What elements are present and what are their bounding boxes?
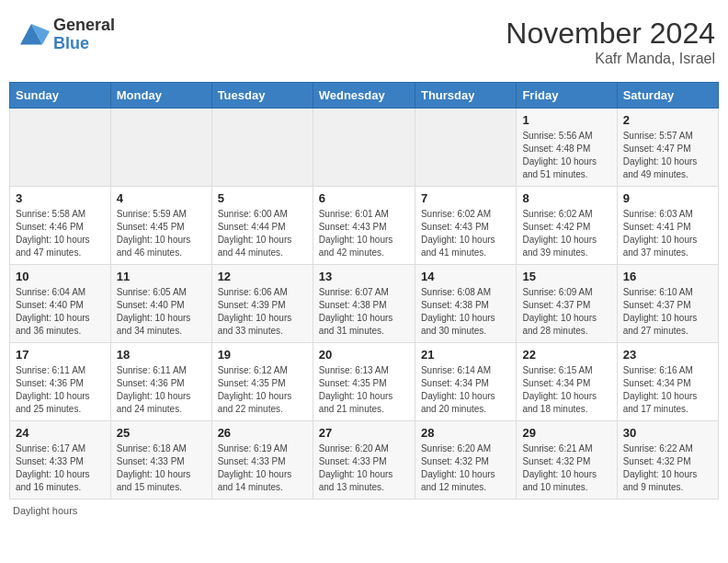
day-info: Sunrise: 6:02 AM Sunset: 4:42 PM Dayligh…: [522, 208, 610, 259]
calendar-cell: [10, 109, 111, 187]
day-info: Sunrise: 6:09 AM Sunset: 4:37 PM Dayligh…: [522, 286, 610, 338]
col-saturday: Saturday: [617, 83, 718, 109]
calendar-cell: [110, 109, 211, 187]
logo-blue-text: Blue: [53, 35, 115, 53]
day-number: 8: [522, 191, 610, 205]
day-info: Sunrise: 5:58 AM Sunset: 4:46 PM Dayligh…: [16, 208, 105, 259]
day-number: 7: [421, 191, 510, 205]
calendar-cell: 5Sunrise: 6:00 AM Sunset: 4:44 PM Daylig…: [211, 187, 313, 265]
day-info: Sunrise: 6:20 AM Sunset: 4:33 PM Dayligh…: [319, 442, 409, 494]
day-info: Sunrise: 6:12 AM Sunset: 4:35 PM Dayligh…: [218, 364, 307, 416]
calendar-cell: 24Sunrise: 6:17 AM Sunset: 4:33 PM Dayli…: [10, 421, 111, 500]
page-header: General Blue November 2024 Kafr Manda, I…: [9, 9, 719, 75]
day-info: Sunrise: 6:21 AM Sunset: 4:32 PM Dayligh…: [522, 442, 610, 494]
day-number: 3: [16, 191, 105, 205]
day-number: 1: [522, 113, 610, 127]
month-title: November 2024: [506, 17, 715, 51]
day-number: 30: [623, 426, 712, 440]
day-info: Sunrise: 6:11 AM Sunset: 4:36 PM Dayligh…: [16, 364, 105, 416]
calendar-week-5: 24Sunrise: 6:17 AM Sunset: 4:33 PM Dayli…: [10, 421, 719, 500]
day-number: 26: [218, 426, 307, 440]
col-monday: Monday: [110, 83, 211, 109]
day-number: 27: [319, 426, 409, 440]
day-number: 24: [16, 426, 105, 440]
calendar-cell: 27Sunrise: 6:20 AM Sunset: 4:33 PM Dayli…: [313, 421, 415, 500]
day-number: 2: [623, 113, 712, 127]
day-info: Sunrise: 6:19 AM Sunset: 4:33 PM Dayligh…: [218, 442, 307, 494]
calendar-week-4: 17Sunrise: 6:11 AM Sunset: 4:36 PM Dayli…: [10, 343, 719, 421]
calendar-cell: [211, 109, 313, 187]
day-number: 19: [218, 348, 307, 362]
day-number: 29: [522, 426, 610, 440]
day-number: 25: [117, 426, 206, 440]
calendar-table: Sunday Monday Tuesday Wednesday Thursday…: [9, 82, 719, 500]
calendar-cell: 1Sunrise: 5:56 AM Sunset: 4:48 PM Daylig…: [517, 109, 617, 187]
day-number: 5: [218, 191, 307, 205]
day-number: 4: [117, 191, 206, 205]
day-number: 11: [117, 270, 206, 283]
day-info: Sunrise: 6:22 AM Sunset: 4:32 PM Dayligh…: [623, 442, 712, 494]
calendar-cell: 19Sunrise: 6:12 AM Sunset: 4:35 PM Dayli…: [211, 343, 313, 421]
footer: Daylight hours: [9, 505, 719, 516]
col-friday: Friday: [517, 83, 617, 109]
calendar-cell: 10Sunrise: 6:04 AM Sunset: 4:40 PM Dayli…: [10, 265, 111, 343]
calendar-cell: 20Sunrise: 6:13 AM Sunset: 4:35 PM Dayli…: [313, 343, 415, 421]
calendar-cell: 28Sunrise: 6:20 AM Sunset: 4:32 PM Dayli…: [415, 421, 516, 500]
calendar-cell: 2Sunrise: 5:57 AM Sunset: 4:47 PM Daylig…: [617, 109, 718, 187]
day-number: 13: [319, 270, 409, 283]
day-info: Sunrise: 6:14 AM Sunset: 4:34 PM Dayligh…: [421, 364, 510, 416]
day-info: Sunrise: 6:18 AM Sunset: 4:33 PM Dayligh…: [117, 442, 206, 494]
day-info: Sunrise: 6:06 AM Sunset: 4:39 PM Dayligh…: [218, 286, 307, 338]
calendar-cell: 3Sunrise: 5:58 AM Sunset: 4:46 PM Daylig…: [10, 187, 111, 265]
calendar-cell: 30Sunrise: 6:22 AM Sunset: 4:32 PM Dayli…: [617, 421, 718, 500]
calendar-cell: 4Sunrise: 5:59 AM Sunset: 4:45 PM Daylig…: [110, 187, 211, 265]
col-sunday: Sunday: [10, 83, 111, 109]
daylight-label: Daylight hours: [13, 505, 77, 516]
day-number: 12: [218, 270, 307, 283]
day-info: Sunrise: 6:08 AM Sunset: 4:38 PM Dayligh…: [421, 286, 510, 338]
calendar-cell: 21Sunrise: 6:14 AM Sunset: 4:34 PM Dayli…: [415, 343, 516, 421]
calendar-header: Sunday Monday Tuesday Wednesday Thursday…: [10, 83, 719, 109]
day-info: Sunrise: 6:20 AM Sunset: 4:32 PM Dayligh…: [421, 442, 510, 494]
col-tuesday: Tuesday: [211, 83, 313, 109]
calendar-body: 1Sunrise: 5:56 AM Sunset: 4:48 PM Daylig…: [10, 109, 719, 500]
calendar-week-3: 10Sunrise: 6:04 AM Sunset: 4:40 PM Dayli…: [10, 265, 719, 343]
day-number: 16: [623, 270, 712, 283]
calendar-week-2: 3Sunrise: 5:58 AM Sunset: 4:46 PM Daylig…: [10, 187, 719, 265]
title-block: November 2024 Kafr Manda, Israel: [506, 17, 715, 67]
calendar-cell: [313, 109, 415, 187]
location: Kafr Manda, Israel: [506, 51, 715, 67]
day-info: Sunrise: 6:15 AM Sunset: 4:34 PM Dayligh…: [522, 364, 610, 416]
calendar-cell: 9Sunrise: 6:03 AM Sunset: 4:41 PM Daylig…: [617, 187, 718, 265]
day-info: Sunrise: 6:11 AM Sunset: 4:36 PM Dayligh…: [117, 364, 206, 416]
day-number: 22: [522, 348, 610, 362]
calendar-cell: [415, 109, 516, 187]
day-number: 6: [319, 191, 409, 205]
calendar-cell: 14Sunrise: 6:08 AM Sunset: 4:38 PM Dayli…: [415, 265, 516, 343]
day-info: Sunrise: 6:07 AM Sunset: 4:38 PM Dayligh…: [319, 286, 409, 338]
calendar-cell: 18Sunrise: 6:11 AM Sunset: 4:36 PM Dayli…: [110, 343, 211, 421]
day-info: Sunrise: 6:04 AM Sunset: 4:40 PM Dayligh…: [16, 286, 105, 338]
day-info: Sunrise: 5:56 AM Sunset: 4:48 PM Dayligh…: [522, 130, 610, 181]
day-number: 15: [522, 270, 610, 283]
day-number: 10: [16, 270, 105, 283]
calendar-cell: 11Sunrise: 6:05 AM Sunset: 4:40 PM Dayli…: [110, 265, 211, 343]
calendar-cell: 26Sunrise: 6:19 AM Sunset: 4:33 PM Dayli…: [211, 421, 313, 500]
logo-general-text: General: [53, 17, 115, 35]
day-number: 28: [421, 426, 510, 440]
day-number: 20: [319, 348, 409, 362]
day-info: Sunrise: 6:13 AM Sunset: 4:35 PM Dayligh…: [319, 364, 409, 416]
calendar-cell: 25Sunrise: 6:18 AM Sunset: 4:33 PM Dayli…: [110, 421, 211, 500]
calendar-cell: 7Sunrise: 6:02 AM Sunset: 4:43 PM Daylig…: [415, 187, 516, 265]
calendar-cell: 6Sunrise: 6:01 AM Sunset: 4:43 PM Daylig…: [313, 187, 415, 265]
day-info: Sunrise: 6:01 AM Sunset: 4:43 PM Dayligh…: [319, 208, 409, 259]
col-wednesday: Wednesday: [313, 83, 415, 109]
day-info: Sunrise: 5:59 AM Sunset: 4:45 PM Dayligh…: [117, 208, 206, 259]
logo-text: General Blue: [53, 17, 115, 53]
logo: General Blue: [13, 17, 115, 53]
calendar-cell: 15Sunrise: 6:09 AM Sunset: 4:37 PM Dayli…: [517, 265, 617, 343]
day-number: 17: [16, 348, 105, 362]
calendar-cell: 22Sunrise: 6:15 AM Sunset: 4:34 PM Dayli…: [517, 343, 617, 421]
logo-icon: [13, 17, 50, 53]
day-info: Sunrise: 6:05 AM Sunset: 4:40 PM Dayligh…: [117, 286, 206, 338]
